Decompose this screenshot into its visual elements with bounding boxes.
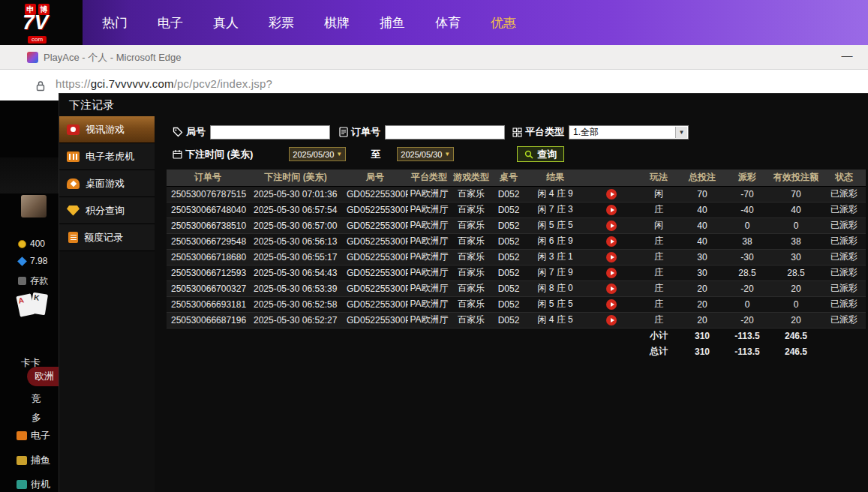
cell-table: D052 (492, 296, 525, 312)
nav-item-sports[interactable]: 体育 (420, 14, 476, 32)
cell-play: 庄 (638, 296, 680, 312)
menu-item-video-games[interactable]: 视讯游戏 (59, 116, 155, 143)
arcade-category-icon (17, 480, 27, 489)
cell-play: 庄 (638, 312, 680, 328)
replay-button[interactable] (606, 268, 617, 278)
column-header-12: 状态 (822, 170, 866, 186)
play-icon (611, 192, 614, 196)
round-number-input[interactable] (210, 125, 330, 140)
user-avatar[interactable] (21, 195, 47, 218)
menu-item-slot-machines[interactable]: 电子老虎机 (59, 143, 155, 170)
cell-play: 庄 (638, 280, 680, 296)
nav-item-hot[interactable]: 热门 (87, 14, 143, 32)
replay-button[interactable] (606, 220, 617, 231)
cell-time: 2025-05-30 06:52:58 (249, 296, 342, 312)
filter-row-2: 下注时间 (美东) 2025/05/30 ▼ 至 2025/05/30 ▼ 查询 (173, 146, 868, 162)
site-top-nav: 申 博 7V com 热门电子真人彩票棋牌捕鱼体育优惠 (0, 0, 868, 45)
grand-total-row-total-bet: 310 (680, 344, 725, 359)
hall-tab-europe[interactable]: 欧洲厅 (27, 367, 59, 386)
nav-item-cards[interactable]: 棋牌 (309, 14, 365, 32)
site-logo[interactable]: 申 博 7V com (0, 0, 83, 45)
bet-row: 2505300666871962025-05-30 06:52:27GD0522… (167, 312, 866, 328)
cell-order: 250530076787515 (167, 186, 249, 202)
slots-category-icon (17, 431, 27, 440)
column-header-0: 订单号 (167, 170, 249, 186)
menu-item-table-games[interactable]: 桌面游戏 (59, 170, 155, 197)
replay-button[interactable] (606, 205, 617, 215)
url-path: /pc/pcv2/index.jsp? (174, 77, 272, 90)
cell-game: 百家乐 (450, 312, 492, 328)
cell-round: GD052255300PN (342, 233, 408, 249)
order-doc-icon (339, 127, 348, 137)
cell-game: 百家乐 (450, 265, 492, 280)
subtotal-row-payout: -113.5 (725, 328, 770, 344)
cell-payout: -30 (725, 249, 770, 265)
query-button[interactable]: 查询 (517, 146, 564, 162)
cell-status: 已派彩 (822, 233, 866, 249)
nav-item-fishing[interactable]: 捕鱼 (365, 14, 420, 32)
menu-item-points-query[interactable]: 积分查询 (59, 197, 155, 224)
date-from-value: 2025/05/30 (293, 150, 334, 159)
bet-row: 2505300767875152025-05-30 07:01:36GD0522… (167, 186, 866, 202)
cell-result: 闲 5 庄 5 (525, 218, 585, 233)
cell-play: 庄 (638, 233, 680, 249)
bet-time-label: 下注时间 (美东) (185, 148, 253, 161)
nav-item-lottery[interactable]: 彩票 (254, 14, 309, 32)
bet-row: 2505300667186802025-05-30 06:55:17GD0522… (167, 249, 866, 265)
play-icon (611, 255, 614, 260)
play-icon (611, 318, 614, 322)
subtotal-row-total-bet: 310 (680, 328, 725, 344)
replay-button[interactable] (606, 189, 617, 200)
cell-valid: 40 (770, 202, 822, 218)
column-header-4: 游戏类型 (450, 170, 492, 186)
cell-payout: 0 (725, 296, 770, 312)
cell-round: GD052255300PM (342, 249, 408, 265)
cell-total: 30 (680, 265, 725, 280)
cell-total: 40 (680, 202, 725, 218)
cell-table: D052 (492, 186, 525, 202)
cell-status: 已派彩 (822, 280, 866, 296)
cell-game: 百家乐 (450, 296, 492, 312)
minimize-button[interactable]: — (836, 49, 857, 62)
subtotal-row: 小计310-113.5246.5 (167, 328, 866, 344)
order-number-input[interactable] (385, 125, 505, 140)
hall-tab-jing[interactable]: 竞 (32, 392, 41, 406)
nav-item-live[interactable]: 真人 (198, 14, 254, 32)
nav-item-promo[interactable]: 优惠 (476, 14, 531, 32)
cell-valid: 0 (770, 218, 822, 233)
menu-item-label: 额度记录 (84, 231, 123, 244)
category-slots[interactable]: 电子 (17, 429, 50, 442)
subtotal-row-valid-bet: 246.5 (770, 328, 822, 344)
category-arcade[interactable]: 街机 (17, 478, 50, 491)
category-fishing[interactable]: 捕鱼 (17, 454, 50, 467)
lock-icon[interactable] (33, 78, 48, 93)
date-to-select[interactable]: 2025/05/30 ▼ (397, 147, 454, 161)
cell-time: 2025-05-30 06:56:13 (249, 233, 342, 249)
cell-status: 已派彩 (822, 186, 866, 202)
cell-table: D052 (492, 280, 525, 296)
cell-table: D052 (492, 218, 525, 233)
replay-button[interactable] (606, 315, 617, 326)
cell-game: 百家乐 (450, 218, 492, 233)
replay-button[interactable] (606, 236, 617, 247)
cell-platform: PA欧洲厅 (408, 218, 450, 233)
nav-item-slots[interactable]: 电子 (143, 14, 198, 32)
menu-item-credit-record[interactable]: 额度记录 (59, 224, 155, 251)
url-field[interactable]: https://gci.7vvvvvv.com/pc/pcv2/index.js… (56, 77, 272, 90)
modal-menu: 视讯游戏电子老虎机桌面游戏积分查询额度记录 (59, 116, 155, 492)
bet-row: 2505300666931812025-05-30 06:52:58GD0522… (167, 296, 866, 312)
deposit-icon (18, 277, 26, 285)
bet-row: 2505300667385102025-05-30 06:57:00GD0522… (167, 218, 866, 233)
replay-button[interactable] (606, 252, 617, 262)
dropdown-arrow-icon: ▼ (675, 127, 687, 138)
cell-result: 闲 8 庄 0 (525, 280, 585, 296)
replay-button[interactable] (606, 299, 617, 310)
hall-tab-duo[interactable]: 多 (32, 411, 41, 424)
date-from-select[interactable]: 2025/05/30 ▼ (289, 147, 346, 161)
cell-table: D052 (492, 265, 525, 280)
cell-valid: 38 (770, 233, 822, 249)
deposit-button[interactable]: 存款 (18, 274, 48, 287)
replay-button[interactable] (606, 284, 617, 294)
platform-type-select[interactable]: 1.全部 ▼ (569, 125, 689, 140)
cell-payout: -70 (725, 186, 770, 202)
